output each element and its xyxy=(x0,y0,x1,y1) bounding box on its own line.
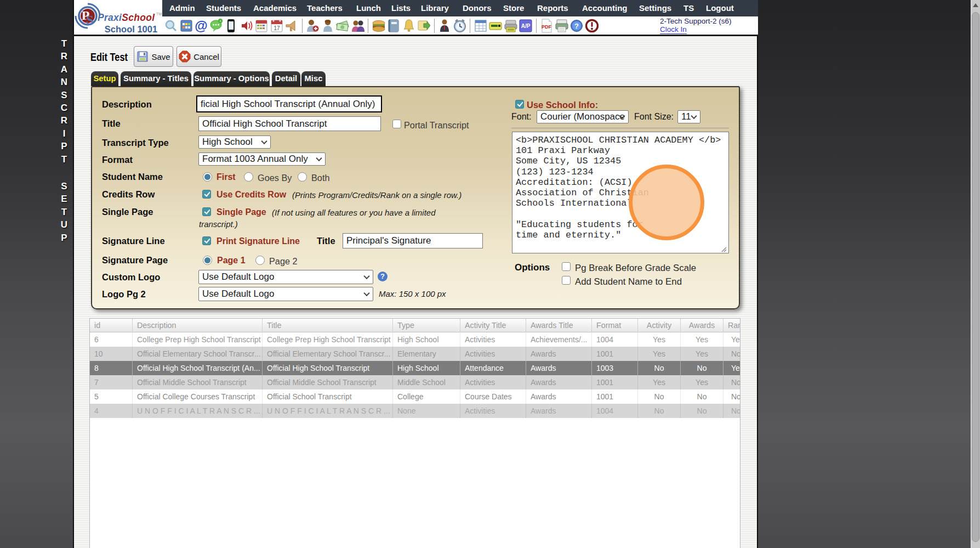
svg-text:PraxiSchool: PraxiSchool xyxy=(98,12,155,23)
svg-text:S: S xyxy=(86,13,93,27)
svg-text:PDF: PDF xyxy=(542,24,552,30)
svg-text:+: + xyxy=(219,19,221,23)
svg-text:?: ? xyxy=(574,22,579,30)
svg-text:School 1001: School 1001 xyxy=(105,24,157,34)
svg-text:A/P: A/P xyxy=(521,23,531,29)
svg-text:TM: TM xyxy=(156,12,162,16)
svg-text:17: 17 xyxy=(274,25,280,31)
